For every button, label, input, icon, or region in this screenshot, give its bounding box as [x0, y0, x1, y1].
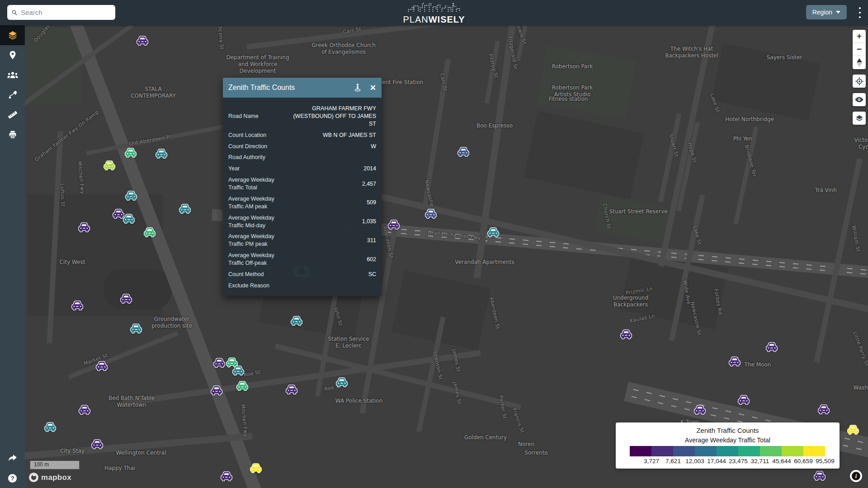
traffic-count-marker[interactable] — [737, 394, 750, 405]
popup-row: Average Weekday Traffic Off-peak602 — [228, 250, 376, 269]
street-label: Mitchell Fwy — [76, 161, 85, 194]
traffic-count-marker[interactable] — [78, 404, 91, 415]
road — [68, 331, 179, 380]
map-canvas[interactable]: Greek Orthodox Church of EvangelismosDep… — [0, 0, 868, 488]
poi-label: Washing — [854, 385, 868, 391]
traffic-count-marker[interactable] — [817, 404, 830, 414]
legend-color-step — [760, 446, 782, 456]
popup-row-value: SC — [287, 271, 376, 278]
city-block — [711, 43, 821, 121]
traffic-count-marker[interactable] — [335, 376, 349, 387]
search-box[interactable] — [7, 5, 115, 20]
traffic-count-marker[interactable] — [119, 293, 133, 304]
popup-row-label: Road Name — [228, 113, 287, 120]
traffic-count-marker[interactable] — [231, 365, 245, 375]
search-input[interactable] — [21, 9, 111, 16]
popup-row: Count LocationWB N OF JAMES ST — [228, 130, 376, 141]
traffic-count-marker[interactable] — [124, 190, 138, 201]
poi-label: WA Police Station — [335, 398, 383, 404]
popup-row-label: Count Method — [228, 271, 287, 278]
compass-button[interactable] — [853, 56, 866, 69]
traffic-count-marker[interactable] — [846, 424, 860, 435]
sidebar-item-help[interactable]: ? — [0, 468, 25, 488]
traffic-count-marker[interactable] — [285, 384, 298, 394]
region-dropdown-button[interactable]: Region — [806, 5, 847, 19]
traffic-count-marker[interactable] — [765, 341, 778, 352]
traffic-count-marker[interactable] — [155, 148, 168, 159]
street-label: Graham Farmer Fwy On Ramp — [33, 109, 100, 163]
popup-row-label: Exclude Reason — [228, 282, 287, 290]
poi-label: Department of Training and Workforce Dev… — [226, 54, 289, 75]
traffic-count-marker[interactable] — [103, 160, 116, 170]
legend-color-ramp — [630, 446, 825, 456]
mapbox-wordmark: mapbox — [41, 473, 71, 482]
legend-labels: 3,7277,62112,00317,04423,47532,71145,644… — [630, 458, 825, 467]
traffic-count-marker[interactable] — [236, 380, 249, 391]
sidebar-item-locations[interactable] — [0, 45, 25, 65]
sidebar-item-routes[interactable] — [0, 85, 25, 105]
traffic-count-marker[interactable] — [136, 35, 149, 46]
overflow-menu-icon[interactable] — [859, 7, 862, 18]
traffic-count-marker[interactable] — [424, 208, 438, 219]
planwisely-logo: PLANWISELY — [403, 2, 465, 24]
traffic-count-marker[interactable] — [249, 462, 263, 473]
street-label: Roe St — [243, 369, 261, 378]
attribution-info-button[interactable]: i — [850, 470, 862, 482]
locate-me-button[interactable] — [853, 75, 866, 88]
route-icon — [8, 90, 18, 100]
traffic-count-marker[interactable] — [619, 328, 633, 339]
poi-label: Verandah Apartments — [455, 259, 514, 266]
traffic-count-marker[interactable] — [122, 213, 136, 224]
sidebar-item-print[interactable] — [0, 125, 25, 145]
traffic-count-marker[interactable] — [387, 219, 401, 230]
traffic-count-marker[interactable] — [71, 300, 84, 310]
street-label: Little Parry St — [852, 331, 868, 367]
sidebar-item-demographics[interactable] — [0, 65, 25, 85]
zoom-out-button[interactable]: − — [853, 43, 866, 56]
traffic-count-marker[interactable] — [212, 357, 226, 368]
popup-row: Average Weekday Traffic PM peak311 — [228, 231, 376, 250]
traffic-count-marker[interactable] — [178, 203, 192, 214]
traffic-count-marker[interactable] — [90, 438, 104, 449]
streetview-pegman-icon[interactable] — [353, 83, 363, 93]
popup-row: Count MethodSC — [228, 269, 376, 280]
poi-label: Happy Thai — [104, 465, 135, 472]
traffic-count-marker[interactable] — [693, 404, 707, 415]
close-icon[interactable]: ✕ — [370, 84, 376, 92]
traffic-count-marker[interactable] — [290, 315, 303, 326]
printer-icon — [8, 130, 18, 140]
traffic-count-marker[interactable] — [124, 147, 137, 158]
visibility-button[interactable] — [853, 93, 866, 106]
sidebar-item-share[interactable] — [0, 448, 25, 468]
traffic-count-marker[interactable] — [486, 226, 500, 237]
city-block — [104, 269, 172, 310]
mapbox-attribution-logo[interactable]: mapbox — [29, 473, 71, 482]
park-area — [537, 45, 636, 119]
traffic-count-marker[interactable] — [220, 470, 233, 481]
sidebar-item-measure[interactable] — [0, 105, 25, 125]
traffic-count-marker[interactable] — [210, 385, 223, 395]
legend-step-label: 17,044 — [707, 458, 726, 465]
traffic-count-marker[interactable] — [95, 360, 108, 371]
share-forward-icon — [7, 453, 18, 463]
traffic-count-marker[interactable] — [728, 356, 741, 366]
legend-color-step — [651, 446, 673, 456]
zoom-in-button[interactable]: + — [853, 30, 866, 43]
traffic-count-marker[interactable] — [457, 146, 470, 157]
traffic-count-marker[interactable] — [129, 323, 143, 333]
basemap-layers-button[interactable] — [853, 112, 866, 125]
traffic-count-marker[interactable] — [813, 470, 826, 481]
traffic-count-marker[interactable] — [43, 421, 57, 432]
legend-step-label: 7,621 — [665, 458, 681, 465]
legend-step-label: 95,509 — [816, 458, 834, 465]
popup-row-label: Year — [228, 165, 287, 173]
traffic-count-marker[interactable] — [143, 226, 156, 237]
traffic-count-marker[interactable] — [77, 221, 91, 232]
sidebar-item-layers[interactable] — [0, 25, 25, 45]
popup-row: Count DirectionW — [228, 141, 376, 152]
help-icon: ? — [7, 473, 18, 483]
street-label: James St — [451, 349, 462, 373]
popup-row-label: Average Weekday Traffic Total — [228, 176, 287, 192]
layers-icon — [7, 30, 18, 41]
street-label: William St — [850, 225, 861, 253]
